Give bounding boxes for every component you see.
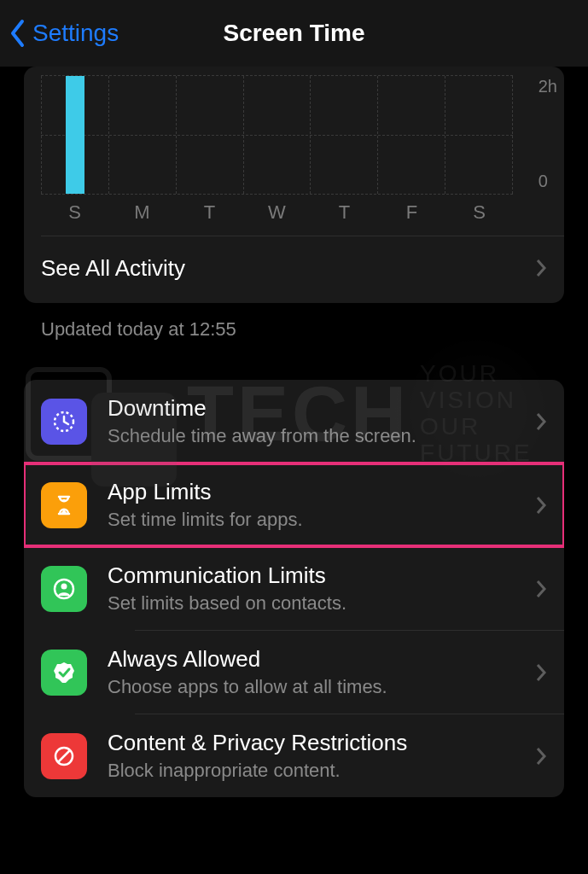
y-tick-top: 2h	[539, 77, 557, 96]
chart-bar-wed	[243, 76, 311, 194]
svg-line-4	[58, 750, 70, 762]
row-title: Downtime	[108, 395, 535, 422]
chevron-right-icon	[535, 495, 547, 516]
downtime-icon	[41, 399, 87, 445]
check-badge-icon	[41, 650, 87, 696]
row-downtime[interactable]: Downtime Schedule time away from the scr…	[24, 380, 564, 463]
contact-icon	[41, 566, 87, 612]
updated-timestamp: Updated today at 12:55	[41, 318, 588, 341]
back-label: Settings	[32, 20, 119, 47]
row-title: Always Allowed	[108, 646, 535, 673]
chart-bar-sat	[445, 76, 513, 194]
row-app-limits[interactable]: App Limits Set time limits for apps.	[24, 463, 564, 546]
x-tick: W	[243, 201, 311, 224]
back-button[interactable]: Settings	[9, 19, 119, 48]
screen-time-settings-list: Downtime Schedule time away from the scr…	[24, 380, 564, 797]
x-tick: T	[176, 201, 243, 224]
row-subtitle: Set limits based on contacts.	[108, 592, 535, 615]
x-tick: M	[108, 201, 176, 224]
hourglass-icon	[41, 482, 87, 528]
chart-bar-fri	[377, 76, 445, 194]
chevron-right-icon	[535, 411, 547, 432]
row-subtitle: Block inappropriate content.	[108, 760, 535, 782]
chart-x-axis: S M T W T F S	[24, 195, 564, 236]
x-tick: F	[378, 201, 445, 224]
row-title: Communication Limits	[108, 562, 535, 589]
chart-bar-mon	[108, 76, 176, 194]
svg-point-2	[61, 583, 67, 589]
chevron-right-icon	[535, 258, 547, 278]
y-tick-bottom: 0	[539, 172, 557, 191]
x-tick: S	[41, 201, 108, 224]
chart-y-axis: 2h 0	[539, 77, 557, 191]
row-title: Content & Privacy Restrictions	[108, 730, 535, 756]
no-entry-icon	[41, 733, 87, 779]
chevron-left-icon	[9, 19, 27, 48]
chevron-right-icon	[535, 579, 547, 599]
see-all-activity-row[interactable]: See All Activity	[24, 236, 564, 300]
row-subtitle: Choose apps to allow at all times.	[108, 676, 535, 698]
x-tick: T	[311, 201, 378, 224]
row-title: App Limits	[108, 479, 535, 505]
chart-bar-tue	[176, 76, 243, 194]
page-title: Screen Time	[223, 20, 364, 47]
row-always-allowed[interactable]: Always Allowed Choose apps to allow at a…	[24, 631, 564, 714]
row-subtitle: Set time limits for apps.	[108, 509, 535, 531]
chevron-right-icon	[535, 662, 547, 683]
see-all-label: See All Activity	[41, 255, 185, 282]
row-content-privacy[interactable]: Content & Privacy Restrictions Block ina…	[24, 714, 564, 797]
row-communication-limits[interactable]: Communication Limits Set limits based on…	[24, 547, 564, 630]
chart-bar-sun	[41, 76, 108, 194]
chevron-right-icon	[535, 746, 547, 766]
usage-bar-chart: 2h 0	[24, 67, 564, 195]
row-subtitle: Schedule time away from the screen.	[108, 425, 535, 447]
chart-bar-thu	[310, 76, 377, 194]
navigation-bar: Settings Screen Time	[0, 0, 588, 67]
x-tick: S	[445, 201, 513, 224]
usage-chart-card: 2h 0 S M T W T F S See All Activity	[24, 67, 564, 303]
